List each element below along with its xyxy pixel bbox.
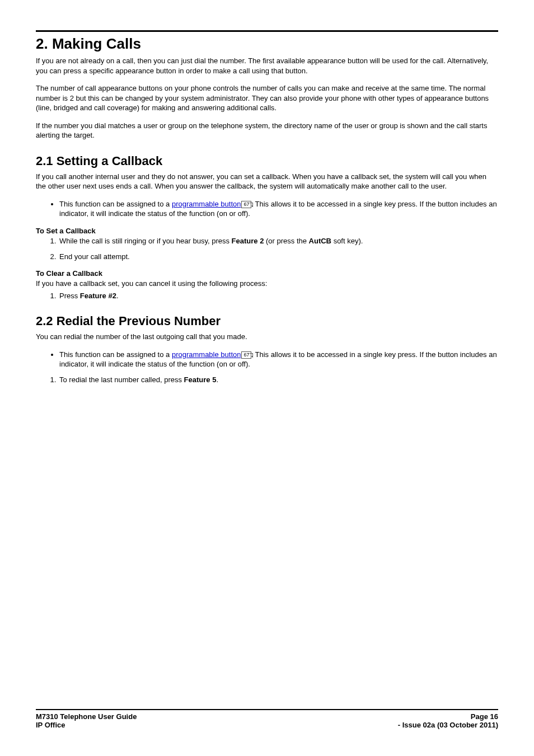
feature-code: Feature 5: [184, 375, 217, 384]
programmable-button-link[interactable]: programmable button: [172, 350, 241, 359]
page-footer: M7310 Telephone User Guide Page 16 IP Of…: [36, 709, 498, 729]
top-rule: [36, 30, 498, 32]
feature-code: Feature 2: [232, 237, 264, 245]
step-text: (or press the: [264, 237, 308, 245]
page-ref-icon[interactable]: 67: [241, 351, 251, 359]
step-text: While the call is still ringing or if yo…: [59, 237, 232, 245]
step-text: .: [216, 375, 218, 384]
to-clear-callback-heading: To Clear a Callback: [36, 269, 498, 278]
step-text: Press: [59, 292, 80, 300]
footer-issue: - Issue 02a (03 October 2011): [398, 721, 498, 729]
section-2-1-heading: 2.1 Setting a Callback: [36, 154, 498, 168]
section-2-1-bullets: This function can be assigned to a progr…: [36, 199, 498, 219]
footer-doc-title: M7310 Telephone User Guide: [36, 712, 137, 721]
to-clear-intro: If you have a callback set, you can canc…: [36, 279, 498, 289]
section-2-2-intro: You can redial the number of the last ou…: [36, 332, 498, 342]
intro-para-3: If the number you dial matches a user or…: [36, 121, 498, 140]
intro-para-2: The number of call appearance buttons on…: [36, 83, 498, 113]
feature-code: Feature #2: [80, 292, 116, 300]
to-set-callback-heading: To Set a Callback: [36, 227, 498, 235]
section-2-1-bullet-1: This function can be assigned to a progr…: [59, 199, 498, 219]
footer-page-number: Page 16: [471, 712, 498, 721]
to-clear-step-1: Press Feature #2.: [58, 291, 498, 301]
page-content: 2. Making Calls If you are not already o…: [0, 0, 534, 384]
to-clear-callback-steps: Press Feature #2.: [36, 291, 498, 301]
section-2-2-bullet-1: This function can be assigned to a progr…: [59, 350, 498, 369]
footer-row-1: M7310 Telephone User Guide Page 16: [36, 712, 498, 721]
chapter-heading: 2. Making Calls: [36, 35, 498, 53]
footer-rule: [36, 709, 498, 710]
section-2-2-bullets: This function can be assigned to a progr…: [36, 350, 498, 369]
section-2-1-intro: If you call another internal user and th…: [36, 172, 498, 191]
to-set-callback-steps: While the call is still ringing or if yo…: [36, 236, 498, 261]
step-text: To redial the last number called, press: [59, 375, 184, 384]
step-text: .: [116, 292, 119, 300]
redial-step-1: To redial the last number called, press …: [58, 375, 498, 385]
softkey-name: AutCB: [309, 237, 331, 245]
bullet-text-pre: This function can be assigned to a: [59, 200, 172, 208]
footer-row-2: IP Office - Issue 02a (03 October 2011): [36, 721, 498, 729]
bullet-text-pre: This function can be assigned to a: [59, 350, 172, 359]
intro-para-1: If you are not already on a call, then y…: [36, 56, 498, 76]
programmable-button-link[interactable]: programmable button: [172, 200, 241, 208]
section-2-2-steps: To redial the last number called, press …: [36, 375, 498, 385]
step-text: soft key).: [331, 237, 363, 245]
to-set-step-1: While the call is still ringing or if yo…: [58, 236, 498, 246]
section-2-2-heading: 2.2 Redial the Previous Number: [36, 314, 498, 328]
page-ref-icon[interactable]: 67: [241, 201, 251, 208]
footer-product: IP Office: [36, 721, 65, 729]
to-set-step-2: End your call attempt.: [58, 252, 498, 262]
